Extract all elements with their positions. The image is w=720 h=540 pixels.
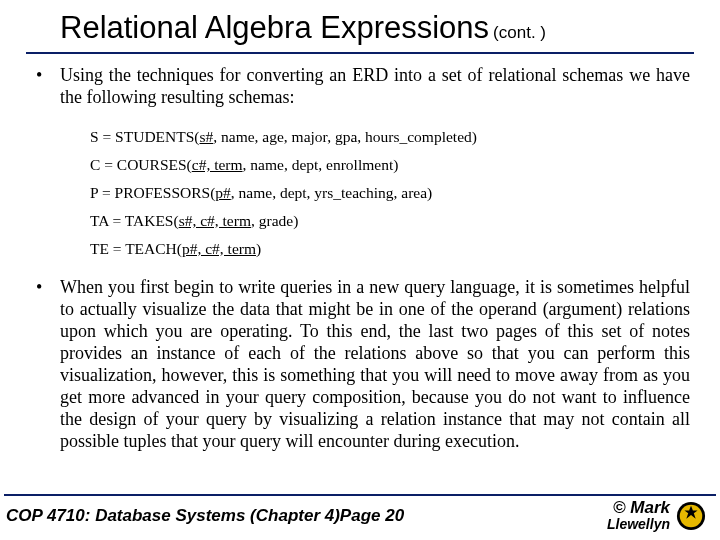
schema-key: s#, c#, term — [179, 212, 251, 229]
bullet-text: Using the techniques for converting an E… — [60, 64, 690, 108]
schema-rest: , grade) — [251, 212, 298, 229]
schema-list: S = STUDENTS(s#, name, age, major, gpa, … — [30, 116, 690, 274]
schema-lhs: TA = TAKES( — [90, 212, 179, 229]
footer-course: COP 4710: Database Systems (Chapter 4) — [6, 506, 340, 526]
footer-bar: COP 4710: Database Systems (Chapter 4) P… — [0, 496, 720, 532]
schema-rest: , name, age, major, gpa, hours_completed… — [213, 128, 477, 145]
footer-author2: Llewellyn — [607, 516, 670, 532]
schema-lhs: TE = TEACH( — [90, 240, 182, 257]
footer-author-wrap: © Mark Llewellyn — [607, 500, 670, 532]
schema-rest: , name, dept, enrollment) — [243, 156, 399, 173]
schema-te: TE = TEACH(p#, c#, term) — [90, 240, 690, 258]
schema-key: p#, c#, term — [182, 240, 256, 257]
ucf-logo-icon — [676, 501, 706, 531]
schema-key: c#, term — [192, 156, 243, 173]
bullet-item: • When you first begin to write queries … — [30, 276, 690, 452]
schema-p: P = PROFESSORS(p#, name, dept, yrs_teach… — [90, 184, 690, 202]
bullet-text: When you first begin to write queries in… — [60, 276, 690, 452]
schema-rest: , name, dept, yrs_teaching, area) — [231, 184, 432, 201]
slide-title-suffix: (cont. ) — [493, 23, 546, 42]
bullet-icon: • — [30, 64, 60, 86]
schema-lhs: S = STUDENTS( — [90, 128, 200, 145]
schema-lhs: C = COURSES( — [90, 156, 192, 173]
schema-key: s# — [200, 128, 214, 145]
schema-c: C = COURSES(c#, term, name, dept, enroll… — [90, 156, 690, 174]
footer-right: © Mark Llewellyn — [512, 500, 706, 532]
schema-ta: TA = TAKES(s#, c#, term, grade) — [90, 212, 690, 230]
content-area: • Using the techniques for converting an… — [0, 54, 720, 452]
schema-s: S = STUDENTS(s#, name, age, major, gpa, … — [90, 128, 690, 146]
bullet-icon: • — [30, 276, 60, 298]
slide-title: Relational Algebra Expressions — [60, 10, 489, 45]
footer-page: Page 20 — [340, 506, 512, 526]
slide: Relational Algebra Expressions (cont. ) … — [0, 0, 720, 540]
title-area: Relational Algebra Expressions (cont. ) — [0, 0, 720, 48]
footer-copyright: © Mark — [613, 498, 670, 517]
schema-key: p# — [215, 184, 231, 201]
footer: COP 4710: Database Systems (Chapter 4) P… — [0, 494, 720, 540]
bullet-item: • Using the techniques for converting an… — [30, 64, 690, 108]
schema-rest: ) — [256, 240, 261, 257]
schema-lhs: P = PROFESSORS( — [90, 184, 215, 201]
